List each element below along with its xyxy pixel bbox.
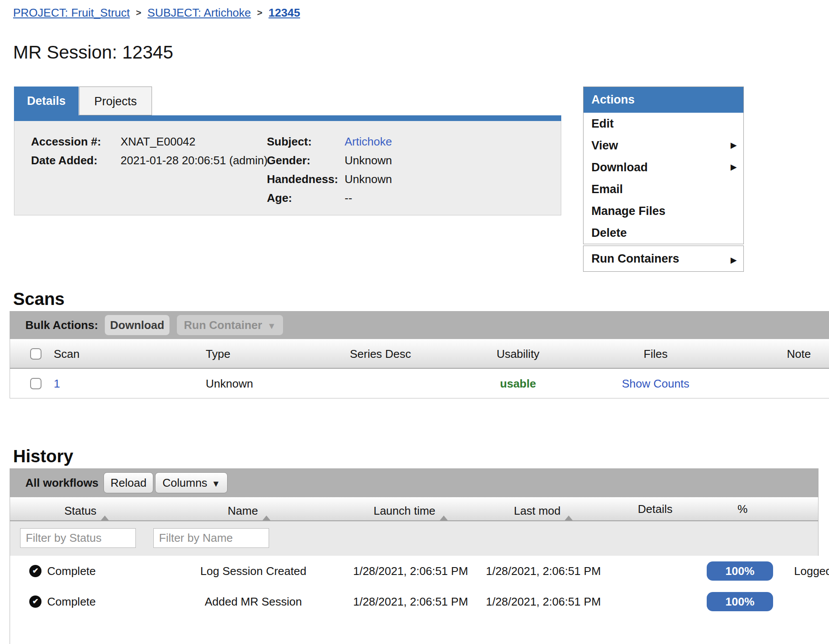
field-date-added: Date Added:2021-01-28 20:06:51 (admin) <box>31 154 268 167</box>
progress-pill: 100% <box>707 561 773 581</box>
action-edit[interactable]: Edit <box>584 113 743 135</box>
field-label: Handedness: <box>267 173 345 186</box>
field-handedness: Handedness:Unknown <box>267 173 392 186</box>
last-mod: 1/28/2021, 2:06:51 PM <box>482 556 604 586</box>
complete-check-icon: ✔ <box>29 596 41 608</box>
action-run-containers[interactable]: Run Containers▶ <box>584 246 743 271</box>
action-manage-files[interactable]: Manage Files <box>584 200 743 222</box>
all-workflows-label: All workflows <box>25 468 99 497</box>
action-label: View <box>591 139 618 152</box>
field-age: Age:-- <box>267 191 352 205</box>
scans-table: Scan Type Series Desc Usability Files No… <box>10 339 829 398</box>
action-label: Edit <box>591 117 614 130</box>
submenu-arrow-icon: ▶ <box>731 156 736 178</box>
filter-name-input[interactable] <box>153 528 269 548</box>
columns-button[interactable]: Columns▼ <box>155 472 228 493</box>
column-label: Name <box>228 504 258 517</box>
action-label: Download <box>591 161 648 174</box>
status-text: Complete <box>47 595 96 609</box>
column-header-note: Note <box>755 339 829 369</box>
caret-down-icon: ▼ <box>212 479 221 488</box>
workflow-name: Added MR Session <box>197 586 310 617</box>
breadcrumb-session-link[interactable]: 12345 <box>269 6 300 19</box>
workflow-status: ✔ Complete <box>29 586 96 617</box>
scan-usability: usable <box>474 369 562 398</box>
workflow-status: ✔ Complete <box>29 556 96 586</box>
complete-check-icon: ✔ <box>29 565 41 577</box>
field-label: Gender: <box>267 154 345 167</box>
show-counts-link[interactable]: Show Counts <box>612 369 699 398</box>
breadcrumb-subject-link[interactable]: SUBJECT: Artichoke <box>148 6 251 19</box>
action-label: Manage Files <box>591 204 666 218</box>
field-label: Subject: <box>267 135 345 149</box>
column-label: Launch time <box>373 504 435 517</box>
launch-time: 1/28/2021, 2:06:51 PM <box>349 556 472 586</box>
column-header-series-desc: Series Desc <box>337 339 424 369</box>
history-table: Status Name Launch time Last mod Details… <box>10 497 819 644</box>
field-value: Unknown <box>345 154 392 167</box>
field-gender: Gender:Unknown <box>267 154 392 167</box>
breadcrumb-project-link[interactable]: PROJECT: Fruit_Struct <box>13 6 130 19</box>
status-text: Complete <box>47 564 96 578</box>
breadcrumb: PROJECT: Fruit_Struct>SUBJECT: Artichoke… <box>13 6 300 20</box>
field-value: 2021-01-28 20:06:51 (admin) <box>121 154 268 167</box>
page: PROJECT: Fruit_Struct>SUBJECT: Artichoke… <box>0 0 829 644</box>
tab-strip <box>14 115 561 121</box>
reload-button[interactable]: Reload <box>104 472 153 493</box>
workflow-name: Log Session Created <box>197 556 310 586</box>
tab-details[interactable]: Details <box>14 87 79 115</box>
field-value: Unknown <box>345 173 392 186</box>
history-table-header: Status Name Launch time Last mod Details… <box>10 497 819 521</box>
column-header-details: Details <box>611 497 699 521</box>
filter-status-input[interactable] <box>20 528 136 548</box>
actions-menu-footer: Run Containers▶ <box>583 246 744 272</box>
scan-id-link[interactable]: 1 <box>54 369 60 398</box>
run-container-button[interactable]: Run Container▼ <box>177 315 283 335</box>
download-button[interactable]: Download <box>105 315 169 335</box>
launch-time: 1/28/2021, 2:06:51 PM <box>349 586 472 617</box>
workflow-detail-text: Logged <box>794 556 829 586</box>
history-row: ✔ Complete Added MR Session 1/28/2021, 2… <box>10 586 819 617</box>
tab-projects[interactable]: Projects <box>79 87 152 115</box>
breadcrumb-separator: > <box>136 7 141 17</box>
scans-heading: Scans <box>13 289 65 309</box>
scan-type: Unknown <box>206 369 253 398</box>
submenu-arrow-icon: ▶ <box>731 135 736 156</box>
action-label: Email <box>591 183 623 196</box>
select-scan-checkbox[interactable] <box>30 378 41 389</box>
scan-row: 1 Unknown usable Show Counts <box>10 369 829 398</box>
select-all-checkbox[interactable] <box>30 348 41 360</box>
column-label: Status <box>64 504 97 517</box>
field-subject: Subject:Artichoke <box>267 135 392 149</box>
field-label: Accession #: <box>31 135 121 149</box>
scans-toolbar: Bulk Actions: Download Run Container▼ <box>10 311 829 339</box>
actions-menu: Actions Edit View▶ Download▶ Email Manag… <box>583 87 744 244</box>
page-title: MR Session: 12345 <box>13 42 173 63</box>
progress-pill: 100% <box>707 592 773 611</box>
history-filter-row <box>10 521 819 556</box>
column-header-files: Files <box>612 339 699 369</box>
columns-button-label: Columns <box>162 476 207 489</box>
submenu-arrow-icon: ▶ <box>731 248 736 273</box>
action-email[interactable]: Email <box>584 178 743 200</box>
scans-table-header: Scan Type Series Desc Usability Files No… <box>10 339 829 369</box>
history-row: ✔ Complete Log Session Created 1/28/2021… <box>10 556 819 586</box>
history-toolbar: All workflows Reload Columns▼ <box>10 468 819 497</box>
caret-down-icon: ▼ <box>267 321 276 331</box>
last-mod: 1/28/2021, 2:06:51 PM <box>482 586 604 617</box>
column-header-type: Type <box>206 339 230 369</box>
action-view[interactable]: View▶ <box>584 135 743 156</box>
bulk-actions-label: Bulk Actions: <box>25 311 98 339</box>
column-header-scan: Scan <box>54 339 79 369</box>
field-value: -- <box>345 191 352 204</box>
subject-link[interactable]: Artichoke <box>345 135 392 148</box>
run-container-label: Run Container <box>184 319 262 332</box>
column-header-percent: % <box>708 497 777 521</box>
history-heading: History <box>13 447 73 466</box>
action-download[interactable]: Download▶ <box>584 156 743 178</box>
column-header-usability: Usability <box>474 339 562 369</box>
field-value: XNAT_E00042 <box>121 135 196 148</box>
breadcrumb-separator: > <box>257 7 263 17</box>
action-delete[interactable]: Delete <box>584 222 743 244</box>
field-accession: Accession #:XNAT_E00042 <box>31 135 196 149</box>
